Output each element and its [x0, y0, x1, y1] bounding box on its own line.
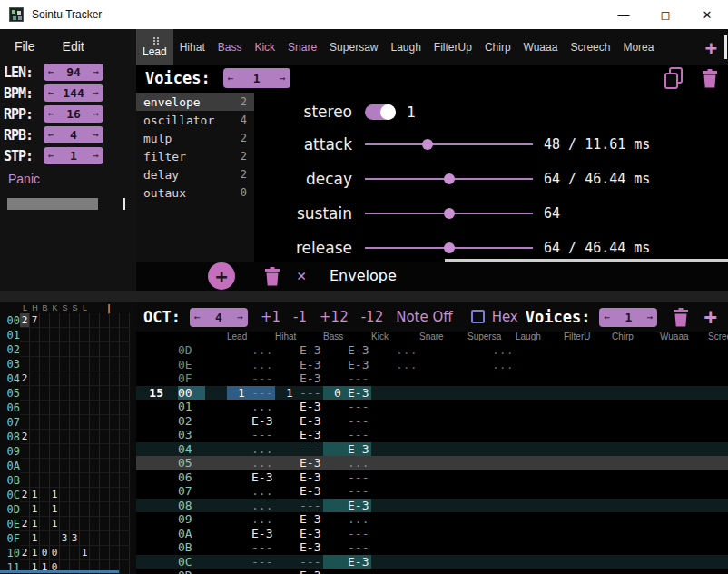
order-cell[interactable]: [80, 401, 90, 415]
order-cell[interactable]: 7: [30, 313, 40, 328]
pattern-cell[interactable]: [371, 456, 419, 470]
pattern-cell[interactable]: [516, 442, 564, 457]
order-cell[interactable]: [50, 459, 60, 473]
order-cell[interactable]: [40, 444, 50, 459]
stereo-toggle[interactable]: [365, 104, 396, 120]
pattern-cell[interactable]: [708, 499, 728, 513]
pattern-cell[interactable]: [467, 527, 516, 541]
order-cell[interactable]: [50, 342, 60, 357]
order-cell[interactable]: [110, 502, 120, 517]
pattern-cell[interactable]: [612, 442, 660, 457]
pattern-cell[interactable]: [467, 456, 516, 470]
order-cell[interactable]: [90, 415, 100, 430]
decay-slider[interactable]: [365, 170, 533, 188]
order-cell[interactable]: [120, 473, 130, 488]
order-cell[interactable]: [80, 371, 90, 386]
pattern-cell[interactable]: [612, 470, 660, 485]
pattern-cell[interactable]: [612, 400, 660, 414]
order-cell[interactable]: [110, 531, 120, 546]
order-cell[interactable]: [110, 328, 120, 342]
pattern-cell[interactable]: [564, 569, 612, 574]
pattern-cell[interactable]: [419, 555, 467, 569]
order-cell[interactable]: [30, 342, 40, 357]
order-cell[interactable]: [120, 401, 130, 415]
order-cell[interactable]: [40, 488, 50, 502]
order-cell[interactable]: [60, 357, 70, 371]
pattern-cell[interactable]: ...: [227, 442, 275, 457]
order-cell[interactable]: [50, 313, 60, 328]
order-cell[interactable]: [20, 502, 30, 517]
order-cell[interactable]: [70, 386, 80, 401]
pattern-cell[interactable]: [419, 428, 467, 442]
order-cell[interactable]: [70, 473, 80, 488]
track-header-screech[interactable]: Screech: [708, 332, 728, 341]
add-unit-button[interactable]: +: [208, 262, 235, 290]
pattern-cell[interactable]: [516, 386, 564, 401]
tab-lead[interactable]: Lead: [136, 29, 173, 65]
pattern-cell[interactable]: [660, 456, 708, 470]
pattern-cell[interactable]: [371, 499, 419, 513]
pattern-cell[interactable]: [660, 499, 708, 513]
order-cell[interactable]: [80, 531, 90, 546]
track-header-hihat[interactable]: Hihat: [275, 332, 296, 341]
order-cell[interactable]: [120, 357, 130, 371]
pattern-cell[interactable]: [323, 569, 371, 574]
order-cell[interactable]: [90, 473, 100, 488]
pattern-cell[interactable]: [516, 343, 564, 358]
track-voices-stepper[interactable]: ←1→: [599, 308, 657, 327]
pattern-cell[interactable]: [419, 442, 467, 457]
pattern-cell[interactable]: [660, 442, 708, 457]
pattern-cell[interactable]: [419, 414, 467, 429]
pattern-cell[interactable]: ---: [323, 527, 371, 541]
order-cell[interactable]: [50, 473, 60, 488]
order-cell[interactable]: [120, 517, 130, 531]
pattern-cell[interactable]: E-3: [275, 484, 323, 499]
order-cell[interactable]: 0: [50, 546, 60, 560]
pattern-cell[interactable]: [612, 456, 660, 470]
order-cell[interactable]: 2: [20, 517, 30, 531]
order-cell[interactable]: [30, 444, 40, 459]
pattern-cell[interactable]: [516, 555, 564, 569]
pattern-cell[interactable]: [371, 442, 419, 457]
pattern-cell[interactable]: ...: [467, 343, 516, 358]
order-cell[interactable]: [80, 459, 90, 473]
pattern-cell[interactable]: [564, 386, 612, 401]
tab-supersaw[interactable]: Supersaw: [323, 29, 384, 65]
order-cell[interactable]: [30, 386, 40, 401]
sustain-slider[interactable]: [365, 204, 533, 223]
order-cell[interactable]: [40, 531, 50, 546]
pattern-cell[interactable]: E-3: [275, 428, 323, 442]
pattern-cell[interactable]: [371, 386, 419, 401]
pattern-cell[interactable]: [708, 358, 728, 372]
track-header-kick[interactable]: Kick: [371, 332, 389, 341]
decrement-icon[interactable]: ←: [228, 74, 234, 84]
close-button[interactable]: ✕: [686, 0, 728, 29]
pattern-cell[interactable]: [564, 442, 612, 457]
attack-slider[interactable]: [365, 135, 533, 153]
order-cell[interactable]: [40, 328, 50, 342]
pattern-cell[interactable]: [371, 555, 419, 569]
order-cell[interactable]: [120, 342, 130, 357]
tab-laugh[interactable]: Laugh: [384, 29, 427, 65]
pattern-cell[interactable]: [660, 414, 708, 429]
len-stepper[interactable]: ←94→: [44, 64, 103, 81]
increment-icon[interactable]: →: [237, 312, 243, 322]
order-cell[interactable]: [40, 401, 50, 415]
transpose-plus1[interactable]: +1: [261, 309, 280, 325]
order-cell[interactable]: [20, 531, 30, 546]
pattern-cell[interactable]: [708, 428, 728, 442]
order-cell[interactable]: [90, 342, 100, 357]
order-cell[interactable]: [100, 313, 110, 328]
order-cell[interactable]: [90, 517, 100, 531]
pattern-cell[interactable]: [564, 414, 612, 429]
order-cell[interactable]: [30, 473, 40, 488]
track-header-filteru[interactable]: FilterU: [564, 332, 590, 341]
pattern-cell[interactable]: [419, 484, 467, 499]
order-cell[interactable]: [120, 488, 130, 502]
pattern-cell[interactable]: E-3: [275, 371, 323, 386]
pattern-cell[interactable]: [612, 527, 660, 541]
track-header-bass[interactable]: Bass: [323, 332, 343, 341]
order-cell[interactable]: [40, 313, 50, 328]
pattern-cell[interactable]: [516, 512, 564, 527]
tab-wuaaa[interactable]: Wuaaa: [517, 29, 565, 65]
